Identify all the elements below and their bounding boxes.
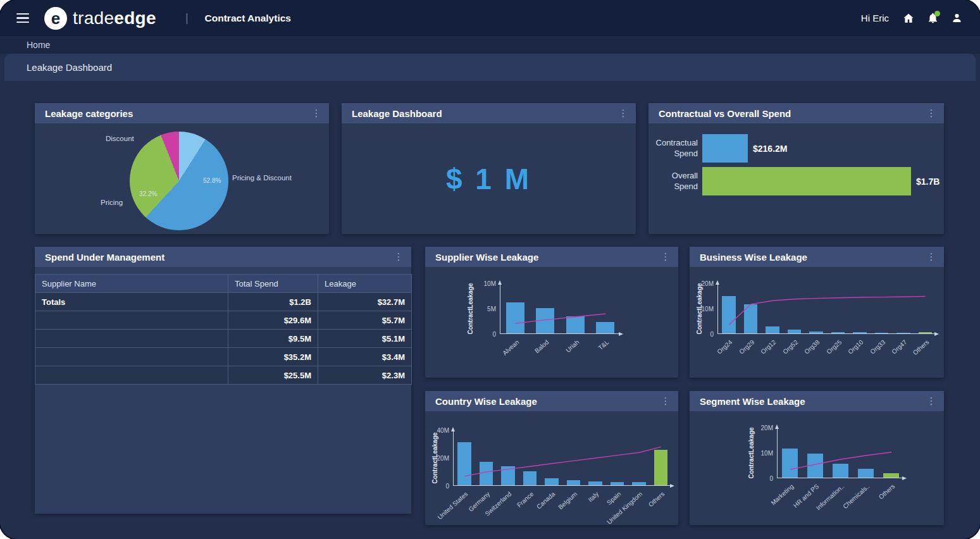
- table-cell: $32.7M: [318, 293, 412, 311]
- kebab-menu-icon[interactable]: ⋮: [926, 251, 936, 263]
- kebab-menu-icon[interactable]: ⋮: [311, 108, 321, 119]
- panel-title: Leakage Dashboard: [352, 108, 442, 119]
- bar-org38[interactable]: [809, 331, 822, 333]
- user-greeting: Hi Eric: [861, 13, 889, 23]
- hbar-chart-area: Contractual Spend$216.2MOverall Spend$1.…: [648, 123, 944, 234]
- page-title: Leakage Dashboard: [4, 54, 976, 81]
- panel-header: Leakage Dashboard ⋮: [342, 103, 636, 123]
- bar-united-states[interactable]: [457, 442, 471, 485]
- bar-value-label: $216.2M: [753, 144, 787, 154]
- y-tick-label: 40M: [437, 427, 449, 434]
- plot-area: ContractLeakage010M20MOrg24Org29Org12Org…: [717, 283, 936, 334]
- bar-t-l[interactable]: [596, 322, 614, 333]
- bar-italy[interactable]: [588, 481, 602, 485]
- kpi-area: $ 1 M: [342, 123, 636, 234]
- user-icon[interactable]: [950, 11, 964, 25]
- bar-chart-area: ContractLeakage020M40MUnited StatesGerma…: [425, 411, 678, 525]
- panel-spend-under-management: Spend Under Management ⋮ Supplier Name T…: [35, 247, 411, 514]
- panel-title: Segment Wise Leakage: [700, 396, 805, 407]
- table-area: Supplier Name Total Spend Leakage Totals…: [35, 267, 411, 514]
- pie-label-discount: Discount: [106, 135, 134, 142]
- bar-united-kingdom[interactable]: [632, 482, 645, 485]
- table-row[interactable]: $29.6M$5.7M: [35, 311, 412, 330]
- country-wise-leakage-chart: ContractLeakage020M40MUnited StatesGerma…: [425, 411, 678, 525]
- table-cell: $9.5M: [228, 330, 318, 348]
- table-cell: [35, 366, 228, 385]
- bar-marketing[interactable]: [782, 449, 798, 478]
- bar-overall-spend[interactable]: [702, 167, 911, 195]
- bar-org33[interactable]: [875, 333, 888, 334]
- spend-table: Supplier Name Total Spend Leakage Totals…: [35, 274, 412, 385]
- y-tick-label: 0: [445, 483, 449, 490]
- dashboard-content: Leakage categories ⋮ 52.8% 32.2% Discoun…: [0, 81, 980, 539]
- bar-france[interactable]: [523, 471, 537, 485]
- y-axis-arrow-icon: [775, 423, 779, 429]
- bar-org24[interactable]: [722, 296, 735, 333]
- bar-alvean[interactable]: [506, 302, 524, 333]
- bar-others[interactable]: [919, 332, 932, 333]
- spend-table-body: Totals$1.2B$32.7M$29.6M$5.7M$9.5M$5.1M$3…: [35, 293, 412, 385]
- panel-title: Country Wise Leakage: [435, 396, 537, 407]
- kebab-menu-icon[interactable]: ⋮: [661, 251, 671, 263]
- bar-org47[interactable]: [896, 333, 910, 334]
- kebab-menu-icon[interactable]: ⋮: [394, 251, 404, 263]
- bar-org29[interactable]: [744, 304, 757, 333]
- notification-dot: [934, 11, 940, 16]
- breadcrumb-home[interactable]: Home: [27, 40, 50, 50]
- x-axis-arrow-icon: [670, 484, 676, 488]
- kebab-menu-icon[interactable]: ⋮: [618, 108, 628, 119]
- bar-category-label: Overall Spend: [648, 171, 698, 192]
- kebab-menu-icon[interactable]: ⋮: [661, 395, 671, 407]
- y-tick-label: 20M: [702, 280, 714, 287]
- panel-header: Spend Under Management ⋮: [35, 247, 411, 267]
- x-tick-label: T&L: [549, 338, 611, 394]
- bar-others[interactable]: [654, 450, 667, 485]
- bar-category-label: Contractual Spend: [648, 138, 698, 159]
- kebab-menu-icon[interactable]: ⋮: [926, 108, 936, 119]
- hbar-row: Contractual Spend$216.2M: [648, 134, 944, 163]
- table-cell: [35, 311, 228, 330]
- table-row[interactable]: $35.2M$3.4M: [35, 348, 412, 366]
- bar-chemicals-[interactable]: [858, 469, 874, 478]
- x-tick-label: Alvean: [459, 338, 521, 394]
- table-row[interactable]: $25.5M$2.3M: [35, 366, 412, 385]
- x-axis-arrow-icon: [934, 332, 941, 336]
- y-axis-arrow-icon: [498, 278, 502, 285]
- bar-chart-area: ContractLeakage05M10MAlveanBalodUriahT&L: [425, 267, 678, 378]
- home-icon[interactable]: [902, 11, 915, 25]
- bar-org25[interactable]: [831, 332, 845, 333]
- bar-belgium[interactable]: [567, 480, 580, 485]
- y-axis-title: ContractLeakage: [748, 427, 755, 478]
- menu-icon[interactable]: [16, 13, 29, 23]
- panel-contract-vs-overall: Contractual vs Overall Spend ⋮ Contractu…: [648, 103, 944, 234]
- table-cell: [35, 348, 228, 366]
- bar-spain[interactable]: [611, 482, 624, 485]
- bar-org12[interactable]: [766, 326, 779, 333]
- bar-contractual-spend[interactable]: [702, 134, 748, 163]
- bar-others[interactable]: [883, 473, 899, 478]
- brand-logo[interactable]: e tradeedge: [44, 7, 156, 30]
- y-tick-label: 10M: [484, 280, 496, 287]
- bar-canada[interactable]: [545, 478, 558, 485]
- bar-balod[interactable]: [536, 308, 554, 333]
- plot-area: ContractLeakage010M20MMarketingHR and PS…: [777, 428, 903, 478]
- pie-value-label: 32.2%: [139, 190, 157, 197]
- bar-germany[interactable]: [480, 462, 493, 485]
- kebab-menu-icon[interactable]: ⋮: [926, 395, 936, 407]
- bar-information-[interactable]: [833, 464, 848, 478]
- bar-uriah[interactable]: [566, 316, 585, 333]
- table-cell: Totals: [35, 293, 228, 311]
- panel-segment-wise-leakage: Segment Wise Leakage ⋮ ContractLeakage01…: [690, 391, 944, 525]
- column-header-leakage: Leakage: [318, 275, 412, 293]
- bar-org52[interactable]: [788, 330, 801, 333]
- panel-leakage-categories: Leakage categories ⋮ 52.8% 32.2% Discoun…: [35, 103, 329, 234]
- y-tick-label: 20M: [761, 424, 773, 431]
- breadcrumb[interactable]: Home: [0, 36, 980, 54]
- table-row[interactable]: $9.5M$5.1M: [35, 330, 412, 348]
- bar-switzerland[interactable]: [501, 466, 514, 485]
- table-row[interactable]: Totals$1.2B$32.7M: [35, 293, 412, 311]
- bar-org10[interactable]: [853, 332, 866, 333]
- brand-name: tradeedge: [73, 8, 156, 28]
- bar-hr-and-ps[interactable]: [807, 454, 823, 478]
- notifications-icon[interactable]: [926, 11, 940, 25]
